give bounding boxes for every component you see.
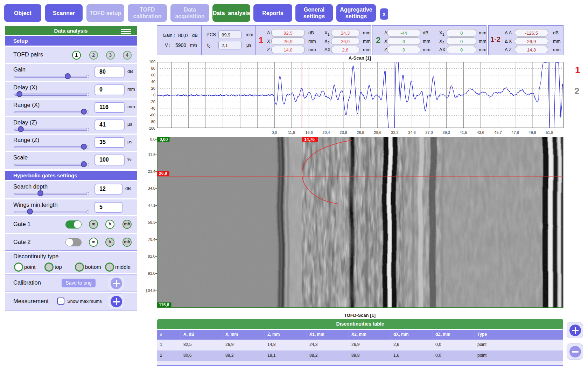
svg-text:0,00: 0,00 [160,137,168,142]
svg-text:26,9: 26,9 [159,171,167,176]
svg-text:115,6: 115,6 [159,302,169,307]
svg-text:14,76: 14,76 [304,137,315,142]
